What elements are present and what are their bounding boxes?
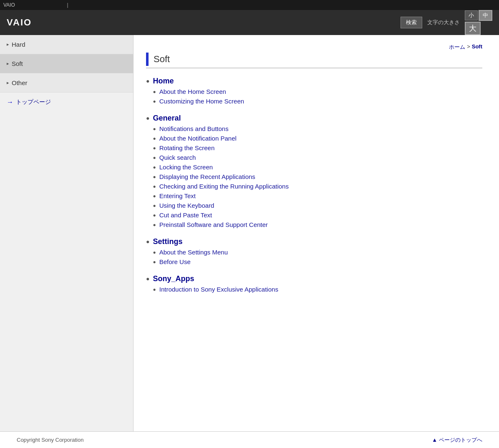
link-notifications-buttons[interactable]: Notifications and Buttons — [159, 125, 229, 132]
footer: Copyright Sony Corporation ▲ ページのトップへ — [0, 431, 499, 448]
link-before-use[interactable]: Before Use — [159, 258, 191, 265]
bullet-item: ● — [153, 184, 156, 189]
bullet-general: ● — [146, 115, 149, 121]
list-item: ● Quick search — [153, 154, 288, 161]
breadcrumb-current: Soft — [472, 43, 482, 51]
bullet-item: ● — [153, 136, 156, 141]
link-preinstall-software[interactable]: Preinstall Software and Support Center — [159, 221, 268, 228]
list-item: ● Checking and Exiting the Running Appli… — [153, 183, 288, 190]
list-item: ● Entering Text — [153, 192, 288, 199]
link-checking-exiting-apps[interactable]: Checking and Exiting the Running Applica… — [159, 183, 289, 190]
general-items: ● Notifications and Buttons ● About the … — [153, 125, 288, 228]
bullet-item: ● — [153, 164, 156, 170]
bullet-sony-apps: ● — [146, 275, 149, 282]
main-content: ホーム > Soft Soft ● Home ● About the Home — [134, 35, 499, 431]
link-using-keyboard[interactable]: Using the Keyboard — [159, 202, 214, 209]
footer-top-text: ページのトップへ — [439, 436, 482, 444]
footer-copyright: Copyright Sony Corporation — [17, 437, 83, 443]
link-about-notification-panel[interactable]: About the Notification Panel — [159, 135, 237, 142]
bullet-settings: ● — [146, 238, 149, 245]
search-button[interactable]: 検索 — [401, 17, 422, 28]
link-displaying-recent-apps[interactable]: Displaying the Recent Applications — [159, 173, 255, 180]
bullet-item: ● — [153, 174, 156, 180]
bullet-item: ● — [153, 89, 156, 95]
sidebar-label-other: Other — [12, 79, 28, 86]
list-item: ● Preinstall Software and Support Center — [153, 221, 288, 228]
list-item: ● Customizing the Home Screen — [153, 98, 244, 105]
list-item: ● Before Use — [153, 258, 228, 265]
sidebar-nav-link[interactable]: → トップページ — [0, 93, 133, 112]
section-title-accent — [146, 53, 149, 66]
font-small-button[interactable]: 小 — [465, 10, 478, 20]
sidebar-item-hard[interactable]: ▸ Hard — [0, 35, 133, 54]
font-medium-button[interactable]: 中 — [479, 10, 492, 21]
link-locking-screen[interactable]: Locking the Screen — [159, 164, 213, 171]
bullet-item: ● — [153, 222, 156, 228]
bullet-item: ● — [153, 203, 156, 209]
sidebar-item-soft[interactable]: ▸ Soft — [0, 54, 133, 73]
list-item: ● About the Notification Panel — [153, 135, 288, 142]
sidebar-arrow-other: ▸ — [7, 80, 9, 86]
bullet-item: ● — [153, 155, 156, 161]
link-quick-search[interactable]: Quick search — [159, 154, 196, 161]
sidebar-arrow-soft: ▸ — [7, 61, 9, 66]
sidebar-arrow-hard: ▸ — [7, 42, 9, 47]
header-controls: 検索 文字の大きさ 小 中 大 — [401, 10, 492, 35]
list-item: ● Notifications and Buttons — [153, 125, 288, 132]
category-label-home: Home — [153, 77, 244, 86]
bullet-item: ● — [153, 145, 156, 151]
bullet-item: ● — [153, 126, 156, 132]
section-title-bar: Soft — [146, 53, 482, 68]
category-label-general: General — [153, 114, 288, 123]
font-size-controls: 小 中 大 — [465, 10, 492, 35]
bullet-item: ● — [153, 287, 156, 292]
link-about-home-screen[interactable]: About the Home Screen — [159, 88, 226, 95]
sidebar-label-hard: Hard — [12, 41, 25, 48]
list-item: ● Rotating the Screen — [153, 144, 288, 151]
bullet-home: ● — [146, 78, 149, 84]
category-settings: ● Settings ● About the Settings Menu ● B… — [146, 237, 482, 268]
category-home: ● Home ● About the Home Screen ● Customi… — [146, 77, 482, 107]
settings-items: ● About the Settings Menu ● Before Use — [153, 249, 228, 265]
list-item: ● About the Home Screen — [153, 88, 244, 95]
breadcrumb-separator: > — [467, 43, 470, 51]
sony-apps-items: ● Introduction to Sony Exclusive Applica… — [153, 286, 278, 293]
title-bar-text: VAIO ｜ — [3, 2, 85, 9]
font-size-label: 文字の大きさ — [427, 19, 460, 26]
font-large-button[interactable]: 大 — [465, 22, 481, 35]
list-item: ● Using the Keyboard — [153, 202, 288, 209]
sidebar-item-other[interactable]: ▸ Other — [0, 73, 133, 93]
category-general: ● General ● Notifications and Buttons ● … — [146, 114, 482, 231]
bullet-item: ● — [153, 249, 156, 255]
list-item: ● Displaying the Recent Applications — [153, 173, 288, 180]
breadcrumb: ホーム > Soft — [146, 43, 482, 51]
link-about-settings-menu[interactable]: About the Settings Menu — [159, 249, 228, 256]
footer-top-link[interactable]: ▲ ページのトップへ — [432, 436, 482, 444]
link-customizing-home-screen[interactable]: Customizing the Home Screen — [159, 98, 244, 105]
link-entering-text[interactable]: Entering Text — [159, 192, 196, 199]
section-title: Soft — [154, 54, 170, 65]
footer-top-arrow: ▲ — [432, 437, 437, 443]
link-rotating-screen[interactable]: Rotating the Screen — [159, 144, 215, 151]
sidebar-nav-text: トップページ — [16, 98, 51, 106]
list-item: ● Cut and Paste Text — [153, 211, 288, 219]
category-label-settings: Settings — [153, 237, 228, 246]
sidebar: ▸ Hard ▸ Soft ▸ Other → トップページ — [0, 35, 134, 431]
link-cut-paste-text[interactable]: Cut and Paste Text — [159, 211, 212, 219]
bullet-item: ● — [153, 212, 156, 218]
header: VAIO 検索 文字の大きさ 小 中 大 — [0, 10, 499, 35]
list-item: ● Introduction to Sony Exclusive Applica… — [153, 286, 278, 293]
link-intro-sony-apps[interactable]: Introduction to Sony Exclusive Applicati… — [159, 286, 278, 293]
sidebar-nav-arrow: → — [7, 98, 13, 106]
category-sony-apps: ● Sony_Apps ● Introduction to Sony Exclu… — [146, 274, 482, 295]
title-bar: VAIO ｜ — [0, 0, 499, 10]
layout: ▸ Hard ▸ Soft ▸ Other → トップページ ホーム > Sof… — [0, 35, 499, 431]
bullet-item: ● — [153, 259, 156, 265]
bullet-item: ● — [153, 98, 156, 104]
list-item: ● Locking the Screen — [153, 164, 288, 171]
header-title: VAIO — [7, 16, 102, 29]
home-items: ● About the Home Screen ● Customizing th… — [153, 88, 244, 105]
breadcrumb-home[interactable]: ホーム — [449, 43, 465, 51]
toc-list: ● Home ● About the Home Screen ● Customi… — [146, 77, 482, 295]
category-label-sony-apps: Sony_Apps — [153, 274, 278, 283]
